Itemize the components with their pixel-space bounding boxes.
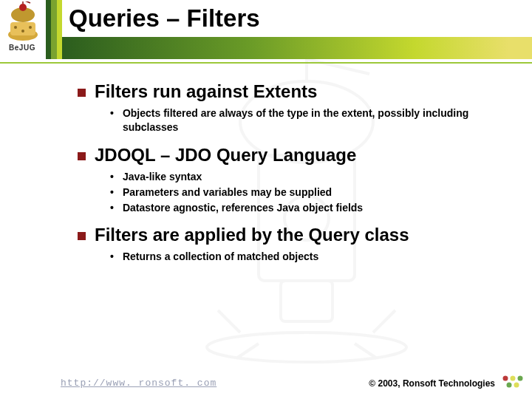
- bullet-heading: Filters run against Extents: [78, 81, 502, 102]
- svg-point-14: [507, 383, 512, 388]
- dot-bullet-icon: •: [110, 250, 114, 264]
- square-bullet-icon: [78, 89, 86, 97]
- logo-text: BeJUG: [0, 44, 44, 52]
- slide-title: Queries – Filters: [69, 4, 260, 33]
- divider-line: [0, 62, 532, 64]
- sub-text: Datastore agnostic, references Java obje…: [123, 201, 363, 215]
- bejug-logo-icon: [4, 1, 41, 42]
- footer-url-link[interactable]: http://www. ronsoft. com: [61, 378, 216, 389]
- sub-item: • Datastore agnostic, references Java ob…: [110, 201, 502, 215]
- sub-item: • Parameters and variables may be suppli…: [110, 185, 502, 200]
- footer-dots-icon: [501, 374, 523, 390]
- dot-bullet-icon: •: [110, 170, 114, 184]
- sub-item: • Java-like syntax: [110, 170, 502, 184]
- square-bullet-icon: [78, 232, 86, 240]
- dot-bullet-icon: •: [110, 185, 114, 200]
- bullet-heading: JDOQL – JDO Query Language: [78, 145, 502, 166]
- bullet-item: Filters are applied by the Query class •…: [78, 225, 502, 264]
- slide-footer: http://www. ronsoft. com © 2003, Ronsoft…: [0, 372, 532, 389]
- bullet-item: JDOQL – JDO Query Language • Java-like s…: [78, 145, 502, 215]
- sub-item: • Returns a collection of matched object…: [110, 250, 502, 264]
- accent-stripe: [46, 0, 62, 59]
- bullet-text: Filters run against Extents: [95, 81, 317, 102]
- bullet-item: Filters run against Extents • Objects fi…: [78, 81, 502, 134]
- svg-rect-3: [281, 281, 332, 321]
- svg-rect-6: [10, 22, 35, 35]
- svg-point-4: [207, 332, 406, 362]
- sub-item: • Objects filtered are always of the typ…: [110, 106, 502, 134]
- svg-point-10: [29, 26, 32, 29]
- svg-point-12: [503, 376, 508, 381]
- header-green-bar: [62, 37, 532, 59]
- sub-text: Objects filtered are always of the type …: [123, 106, 502, 134]
- svg-point-15: [514, 383, 519, 388]
- svg-point-16: [518, 376, 523, 381]
- slide-header: BeJUG Queries – Filters: [0, 0, 532, 59]
- sub-list: • Java-like syntax • Parameters and vari…: [110, 170, 502, 215]
- slide-body: Filters run against Extents • Objects fi…: [78, 81, 502, 274]
- footer-copyright: © 2003, Ronsoft Technologies: [369, 378, 495, 389]
- sub-text: Returns a collection of matched objects: [123, 250, 318, 264]
- bullet-text: Filters are applied by the Query class: [95, 225, 409, 245]
- sub-list: • Returns a collection of matched object…: [110, 250, 502, 264]
- square-bullet-icon: [78, 152, 86, 160]
- sub-list: • Objects filtered are always of the typ…: [110, 106, 502, 134]
- bullet-heading: Filters are applied by the Query class: [78, 225, 502, 245]
- bullet-text: JDOQL – JDO Query Language: [95, 145, 356, 166]
- svg-point-11: [21, 30, 24, 33]
- dot-bullet-icon: •: [110, 201, 114, 215]
- logo: BeJUG: [0, 0, 44, 59]
- dot-bullet-icon: •: [110, 106, 114, 120]
- svg-point-9: [14, 26, 17, 29]
- sub-text: Parameters and variables may be supplied: [123, 185, 332, 200]
- sub-text: Java-like syntax: [123, 170, 202, 184]
- svg-point-8: [19, 4, 27, 11]
- svg-point-13: [511, 376, 516, 381]
